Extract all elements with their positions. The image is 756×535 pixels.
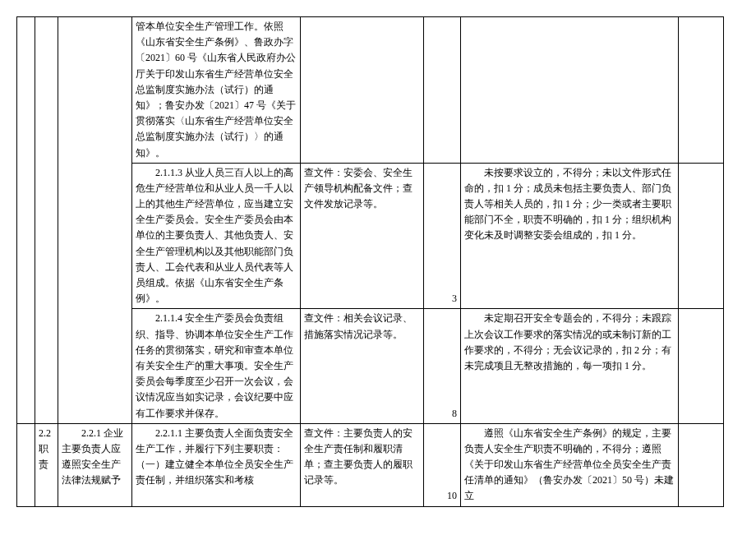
cell-score: 10 <box>424 423 461 506</box>
table-row: 2.2 职责 2.2.1 企业主要负责人应遵照安全生产法律法规赋予 2.2.1.… <box>17 423 724 506</box>
cell-score: 8 <box>424 309 461 423</box>
cell-remark <box>679 309 724 423</box>
cell-col3: 2.2.1 企业主要负责人应遵照安全生产法律法规赋予 <box>58 423 132 506</box>
cell-requirement: 2.2.1.1 主要负责人全面负责安全生产工作，并履行下列主要职责： （一）建立… <box>132 423 301 506</box>
cell-method: 查文件：相关会议记录、措施落实情况记录等。 <box>301 309 424 423</box>
cell-criteria: 未定期召开安全专题会的，不得分；未跟踪上次会议工作要求的落实情况的或未制订新的工… <box>461 309 679 423</box>
cell-score: 3 <box>424 163 461 309</box>
cell-col1 <box>17 17 35 424</box>
cell-score <box>424 17 461 164</box>
cell-requirement: 2.1.1.3 从业人员三百人以上的高危生产经营单位和从业人员一千人以上的其他生… <box>132 163 301 309</box>
assessment-table: 管本单位安全生产管理工作。依照《山东省安全生产条例》、鲁政办字〔2021〕60 … <box>16 16 724 507</box>
cell-col2 <box>35 17 58 424</box>
cell-remark <box>679 423 724 506</box>
cell-remark <box>679 163 724 309</box>
cell-method: 查文件：主要负责人的安全生产责任制和履职清单；查主要负责人的履职记录等。 <box>301 423 424 506</box>
table-row: 管本单位安全生产管理工作。依照《山东省安全生产条例》、鲁政办字〔2021〕60 … <box>17 17 724 164</box>
cell-requirement: 管本单位安全生产管理工作。依照《山东省安全生产条例》、鲁政办字〔2021〕60 … <box>132 17 301 164</box>
cell-col1 <box>17 423 35 506</box>
cell-criteria: 未按要求设立的，不得分；未以文件形式任命的，扣 1 分；成员未包括主要负责人、部… <box>461 163 679 309</box>
cell-criteria: 遵照《山东省安全生产条例》的规定，主要负责人安全生产职责不明确的，不得分；遵照《… <box>461 423 679 506</box>
cell-requirement: 2.1.1.4 安全生产委员会负责组织、指导、协调本单位安全生产工作任务的贯彻落… <box>132 309 301 423</box>
cell-method <box>301 17 424 164</box>
cell-remark <box>679 17 724 164</box>
cell-col2: 2.2 职责 <box>35 423 58 506</box>
cell-method: 查文件：安委会、安全生产领导机构配备文件；查文件发放记录等。 <box>301 163 424 309</box>
cell-col3 <box>58 17 132 424</box>
cell-criteria <box>461 17 679 164</box>
